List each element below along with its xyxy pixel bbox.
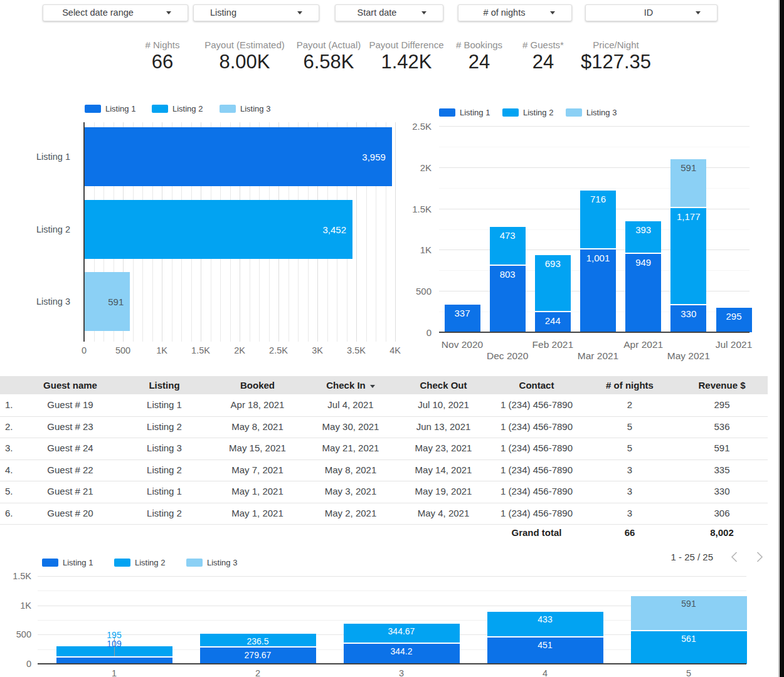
dropdown-caret-icon [166, 11, 171, 14]
chart2-bar-may-2021-listing-2[interactable] [670, 208, 706, 305]
chart3-y-tick: 1.5K [0, 571, 31, 581]
chart2-x-label: Feb 2021 [532, 339, 574, 350]
table-cell: Guest # 20 [23, 503, 118, 525]
table-cell: 330 [676, 481, 768, 503]
chart2-value-label: 803 [490, 269, 526, 280]
chart3-gridline [38, 576, 746, 577]
chart3-y-tick: 1K [0, 601, 31, 611]
filter-listing[interactable]: Listing [193, 4, 319, 21]
chart2-value-label: 949 [625, 257, 661, 268]
chart3-legend-label: Listing 1 [63, 558, 93, 567]
table-cell: 3 [583, 459, 676, 481]
chart1-x-tick: 2.5K [269, 345, 288, 355]
chart3-legend-label: Listing 2 [135, 558, 165, 567]
table-cell: Guest # 21 [23, 481, 118, 503]
chart3-value-label: 433 [487, 614, 603, 624]
chart3-y-tick: 500 [0, 629, 31, 639]
chart3-legend-swatch-listing-2[interactable] [114, 559, 130, 567]
sort-desc-icon [370, 385, 375, 388]
chart3-value-label: 279.67 [200, 650, 316, 660]
table-cell: 1. [0, 394, 23, 416]
filter-id[interactable]: ID [585, 4, 718, 21]
table-cell: Guest # 22 [23, 459, 118, 481]
table-header-label: # of nights [606, 380, 654, 391]
table-header-check-out[interactable]: Check Out [397, 376, 490, 394]
table-header-booked[interactable]: Booked [211, 376, 304, 394]
table-header-revenue[interactable]: Revenue $ [676, 376, 768, 394]
table-cell: Listing 1 [118, 394, 211, 416]
chart2-legend-swatch-listing-1[interactable] [439, 108, 455, 117]
chart2-y-tick: 2K [0, 162, 432, 173]
chart2-y-tick: 2.5K [0, 121, 432, 132]
table-header-listing[interactable]: Listing [118, 376, 211, 394]
chart1-x-tick: 3.5K [347, 345, 366, 355]
chart3-value-label: 109 [83, 639, 146, 649]
chart2-legend-swatch-listing-2[interactable] [502, 108, 519, 117]
chart1-bar-listing-1[interactable] [85, 127, 392, 186]
chart1-legend-swatch-listing-2[interactable] [152, 105, 168, 113]
chart1-gridline [395, 122, 396, 342]
chart2-value-label: 244 [535, 315, 571, 326]
scroll-strip[interactable] [780, 0, 784, 677]
chart2-value-label: 716 [580, 194, 616, 204]
table-cell: Listing 2 [118, 459, 211, 481]
chart2-legend-label: Listing 2 [523, 108, 553, 117]
chart1-x-tick: 1K [156, 345, 167, 355]
chart3-legend-swatch-listing-1[interactable] [42, 559, 58, 567]
chart1-x-tick: 1.5K [191, 345, 210, 355]
chart3-x-axis [38, 663, 746, 664]
filter-select-date-range[interactable]: Select date range [43, 4, 188, 21]
filter-of-nights[interactable]: # of nights [458, 4, 572, 21]
table-header-contact[interactable]: Contact [490, 376, 583, 394]
table-cell: 306 [676, 503, 768, 525]
chart2-legend-swatch-listing-3[interactable] [566, 108, 582, 117]
table-cell: 295 [676, 394, 768, 416]
table-cell: 1 (234) 456-7890 [490, 503, 583, 525]
table-header-guest-name[interactable]: Guest name [23, 376, 118, 394]
table-header-of-nights[interactable]: # of nights [583, 376, 676, 394]
chart2-gridline [439, 126, 750, 127]
table-cell: Guest # 23 [23, 416, 118, 438]
table-cell: Listing 3 [118, 438, 211, 459]
table-header-check-in[interactable]: Check In [304, 376, 397, 394]
chart2-value-label: 693 [535, 258, 571, 269]
table-header-label: Revenue $ [698, 380, 745, 391]
table-cell: Guest # 19 [23, 394, 118, 416]
table-cell: 2 [583, 394, 676, 416]
filter-label: Listing [210, 5, 236, 21]
scorecard-label: Price/Night [547, 39, 685, 50]
chart1-legend-swatch-listing-3[interactable] [220, 105, 236, 113]
table-cell: 6. [0, 503, 23, 525]
table-cell: May 2, 2021 [304, 503, 397, 525]
table-cell: May 3, 2021 [304, 481, 397, 503]
table-cell: May 1, 2021 [211, 503, 304, 525]
table-cell: Listing 2 [118, 503, 211, 525]
chart1-legend-swatch-listing-1[interactable] [85, 105, 101, 113]
table-cell: Apr 18, 2021 [211, 394, 304, 416]
chart2-x-label: Dec 2020 [487, 350, 528, 362]
dashboard: Select date rangeListingStart date# of n… [0, 0, 784, 677]
chart2-value-label: 591 [670, 162, 706, 173]
filter-label: Start date [358, 5, 397, 21]
table-cell: 591 [676, 438, 768, 459]
chart3-value-label: 451 [487, 640, 603, 650]
chart2-value-label: 1,001 [580, 253, 616, 263]
table-cell: May 8, 2021 [211, 416, 304, 438]
filter-start-date[interactable]: Start date [335, 4, 443, 21]
chart1-x-tick: 4K [389, 345, 401, 355]
pagination-prev-button[interactable] [729, 551, 739, 563]
chart1-category-label: Listing 1 [0, 152, 70, 162]
dropdown-caret-icon [421, 11, 426, 14]
chart3-value-label: 236.5 [200, 636, 316, 646]
chart3-legend-label: Listing 3 [207, 558, 237, 567]
filter-label: ID [644, 5, 654, 21]
table-cell: May 19, 2021 [397, 481, 490, 503]
table-header-label: Contact [519, 380, 554, 391]
table-cell: Jul 10, 2021 [397, 394, 490, 416]
chart1-value-label: 591 [108, 297, 124, 307]
chart1-category-label: Listing 2 [0, 224, 70, 234]
pagination-next-button[interactable] [755, 551, 765, 563]
chart2-y-tick: 0 [0, 327, 432, 338]
chart3-legend-swatch-listing-3[interactable] [186, 559, 203, 567]
chart1-x-tick: 3K [312, 345, 323, 355]
